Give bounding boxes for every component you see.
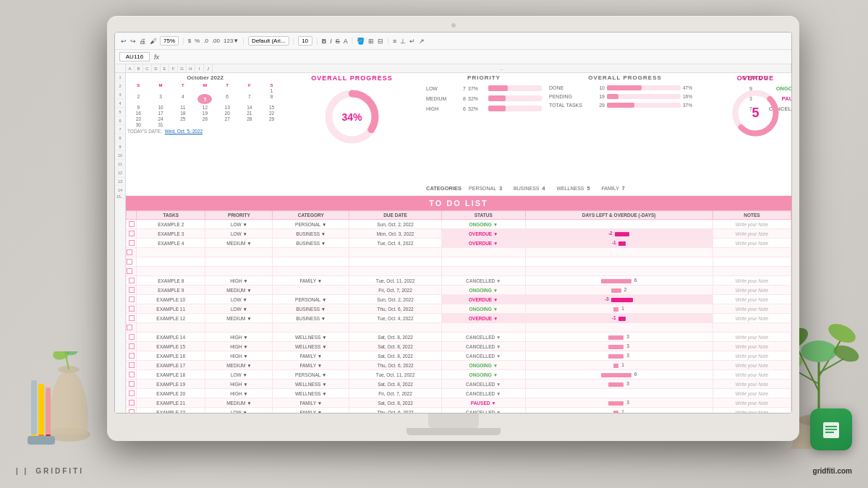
col-priority: PRIORITY bbox=[205, 211, 273, 220]
cat-family: FAMILY 7 bbox=[601, 186, 624, 191]
categories-widget: CATEGORIES PERSONAL 3 BUSINESS 4 bbox=[426, 185, 791, 192]
merge-icon[interactable]: ⊟ bbox=[378, 38, 383, 45]
row-num-5: 5 bbox=[115, 108, 125, 116]
today-value[interactable]: Wed, Oct. 5, 2022 bbox=[165, 129, 203, 134]
valign-icon[interactable]: ⊥ bbox=[400, 38, 406, 45]
fontsize-dropdown[interactable]: 10 bbox=[298, 36, 312, 46]
stat-pending: PENDING 19 16% bbox=[549, 94, 701, 99]
overall-progress-widget: OVERALL PROGRESS 34% bbox=[285, 74, 419, 147]
col-category: CATEGORY bbox=[273, 211, 349, 220]
table-row: EXAMPLE 2 LOW ▼ PERSONAL ▼ Sun, Oct. 2, … bbox=[127, 220, 791, 229]
sep1: | bbox=[182, 37, 184, 45]
table-row: EXAMPLE 20 HIGH ▼ WELLNESS ▼ Fri, Oct. 7… bbox=[127, 389, 791, 398]
cell-reference[interactable]: AU116 bbox=[119, 52, 150, 61]
gridfiti-logo-bars: | | bbox=[16, 467, 28, 475]
corner-cell bbox=[115, 64, 126, 72]
halign-icon[interactable]: ≡ bbox=[393, 38, 396, 45]
cal-week-2: 2 3 4 5 6 7 8 bbox=[127, 94, 283, 104]
fill-color-icon[interactable]: 🪣 bbox=[357, 38, 365, 45]
col-h: H bbox=[187, 64, 195, 72]
table-row bbox=[127, 323, 791, 333]
stats-title: OVERALL PROGRESS bbox=[549, 74, 701, 81]
table-row: EXAMPLE 22 LOW ▼ FAMILY ▼ Thu, Oct. 6, 2… bbox=[127, 408, 791, 414]
screen: ↩ ↪ 🖨 🖌 75% | $ % .0 .00 123▼ | Default … bbox=[114, 32, 792, 414]
zoom-dropdown[interactable]: 75% bbox=[160, 36, 179, 46]
priority-widget: PRIORITY LOW 7 37% bbox=[426, 74, 542, 116]
today-label: TODAY'S DATE: bbox=[127, 129, 162, 134]
table-row: EXAMPLE 8 HIGH ▼ FAMILY ▼ Tue, Oct. 11, … bbox=[127, 276, 791, 286]
print-icon[interactable]: 🖨 bbox=[140, 38, 146, 45]
cat-personal: PERSONAL 3 bbox=[469, 186, 502, 191]
formula-bar: AU116 fx bbox=[115, 50, 791, 64]
dashboard-top: October 2022 S M T W T F S bbox=[126, 73, 791, 196]
font-color-icon[interactable]: A bbox=[344, 38, 348, 45]
decimal2-icon[interactable]: .00 bbox=[212, 38, 220, 44]
font-dropdown[interactable]: Default (Ari... bbox=[248, 36, 289, 46]
borders-icon[interactable]: ⊞ bbox=[368, 38, 374, 45]
cal-week-6: 30 31 bbox=[127, 122, 283, 127]
col-status: STATUS bbox=[441, 211, 525, 220]
format-num-icon[interactable]: 123▼ bbox=[224, 38, 239, 44]
percent-icon[interactable]: % bbox=[195, 38, 200, 44]
donut-percent: 34% bbox=[341, 111, 362, 123]
col-duedate: DUE DATE bbox=[349, 211, 442, 220]
overdue-widget: OVERDUE 5 bbox=[721, 74, 790, 140]
row-num-4: 4 bbox=[115, 99, 125, 108]
col-notes: NOTES bbox=[712, 211, 791, 220]
sep4: | bbox=[316, 37, 318, 45]
col-e: E bbox=[161, 64, 169, 72]
donut-wrapper: 34% bbox=[285, 86, 419, 147]
row-num-11: 11 bbox=[115, 160, 125, 168]
paint-icon[interactable]: 🖌 bbox=[150, 38, 156, 45]
calendar-widget: October 2022 S M T W T F S bbox=[127, 74, 283, 134]
cal-week-4: 16 17 18 19 20 21 22 bbox=[127, 111, 283, 116]
sheet-area: 1 2 3 4 5 6 7 8 9 10 11 12 13 14 bbox=[115, 73, 791, 413]
priority-high: HIGH 6 32% bbox=[426, 106, 542, 111]
col-d: D bbox=[152, 64, 161, 72]
row-num-14: 14 bbox=[115, 186, 125, 194]
table-row: EXAMPLE 3 LOW ▼ BUSINESS ▼ Mon, Oct. 3, … bbox=[127, 229, 791, 239]
cal-week-1: 1 bbox=[127, 88, 283, 93]
column-headers: A B C D E F G H I J ... bbox=[115, 64, 791, 73]
fx-label: fx bbox=[154, 53, 159, 61]
monitor-stand bbox=[428, 414, 479, 428]
sep3: | bbox=[293, 37, 295, 45]
bold-icon[interactable]: B bbox=[322, 38, 327, 45]
camera-dot bbox=[451, 23, 456, 27]
col-c: C bbox=[143, 64, 152, 72]
wrap-icon[interactable]: ↵ bbox=[409, 38, 415, 45]
svg-rect-9 bbox=[46, 388, 51, 435]
stat-total: TOTAL TASKS 29 37% bbox=[549, 103, 701, 108]
redo-icon[interactable]: ↪ bbox=[130, 38, 136, 45]
overdue-count-label: 5 bbox=[752, 106, 759, 121]
overdue-title: OVERDUE bbox=[721, 74, 790, 82]
row-num-10: 10 bbox=[115, 151, 125, 160]
svg-rect-5 bbox=[31, 380, 37, 435]
table-row bbox=[127, 267, 791, 276]
cal-week-5: 23 24 25 26 27 28 29 bbox=[127, 116, 283, 121]
decimal-icon[interactable]: .0 bbox=[203, 38, 208, 44]
cat-business: BUSINESS 4 bbox=[514, 186, 545, 191]
row-num-7: 7 bbox=[115, 125, 125, 134]
italic-icon[interactable]: I bbox=[330, 38, 332, 45]
undo-icon[interactable]: ↩ bbox=[121, 38, 127, 45]
donut-label: 34% bbox=[341, 111, 362, 123]
priority-medium: MEDIUM 8 32% bbox=[426, 95, 542, 101]
rotate-icon[interactable]: ↗ bbox=[419, 38, 425, 45]
gridfiti-website: gridfiti.com bbox=[813, 467, 852, 475]
calendar-days-header: S M T W T F S bbox=[127, 83, 283, 87]
svg-rect-25 bbox=[825, 429, 837, 430]
row-num-13: 13 bbox=[115, 177, 125, 186]
svg-rect-26 bbox=[825, 432, 834, 433]
table-row: EXAMPLE 16 HIGH ▼ FAMILY ▼ Sat, Oct. 8, … bbox=[127, 351, 791, 361]
sheets-icon[interactable] bbox=[810, 408, 852, 450]
svg-point-22 bbox=[832, 342, 861, 364]
strikethrough-icon[interactable]: S bbox=[336, 38, 340, 45]
todo-body: EXAMPLE 2 LOW ▼ PERSONAL ▼ Sun, Oct. 2, … bbox=[127, 220, 791, 414]
dashboard-content: October 2022 S M T W T F S bbox=[126, 73, 791, 413]
todo-table: TASKS PRIORITY CATEGORY DUE DATE STATUS … bbox=[126, 210, 791, 413]
dollar-icon[interactable]: $ bbox=[188, 38, 191, 44]
sep6: | bbox=[387, 37, 389, 45]
table-row: EXAMPLE 12 MEDIUM ▼ BUSINESS ▼ Tue, Oct.… bbox=[127, 314, 791, 323]
stat-done: DONE 10 47% bbox=[549, 85, 701, 90]
